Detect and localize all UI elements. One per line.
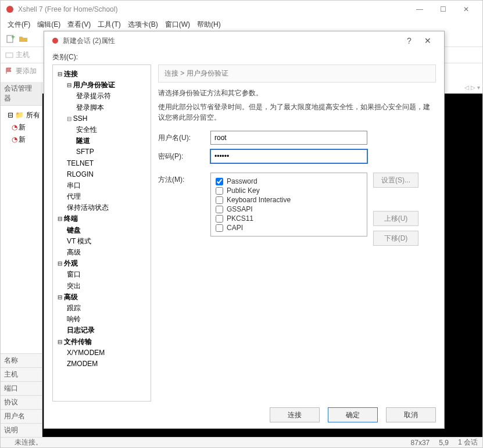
menu-tools[interactable]: 工具(T) [98,20,120,30]
dialog-footer: 连接 确定 取消 [52,402,436,422]
username-label: 用户名(U): [158,133,210,143]
method-option[interactable]: GSSAPI [216,205,362,214]
new-session-icon[interactable]: + [5,34,16,44]
session-folder[interactable]: ⊟ 📁 所有会 [3,109,40,121]
password-input[interactable] [210,149,367,163]
flag-icon [5,67,13,75]
method-label: Keyboard Interactive [227,196,291,204]
tree-node[interactable]: 外观 [55,258,148,269]
status-bar: 未连接。 87x37 5,9 1 会话 [1,437,482,447]
menu-window[interactable]: 窗口(W) [165,20,190,30]
session-manager-title: 会话管理器 [1,82,42,106]
dialog-titlebar: 新建会话 (2)属性 ? ✕ [44,31,444,50]
method-option[interactable]: PKCS11 [216,214,362,223]
method-label: 方法(M): [158,173,210,185]
tree-node[interactable]: TELNET [55,158,148,169]
main-window: Xshell 7 (Free for Home/School) — ☐ ✕ 文件… [0,0,483,448]
add-label: 要添加 [16,66,37,76]
method-checkbox[interactable] [216,215,223,223]
tree-node[interactable]: 键盘 [55,225,148,236]
app-icon [5,5,15,14]
address-prefix: 主机 [16,50,30,60]
dialog-close-button[interactable]: ✕ [418,36,437,45]
method-label: CAPI [227,224,243,232]
tree-node[interactable]: 跟踪 [55,303,148,314]
connect-button[interactable]: 连接 [270,407,320,422]
tree-node[interactable]: 隧道 [55,135,148,146]
menu-tabs[interactable]: 选项卡(B) [128,20,158,30]
tree-node[interactable]: ZMODEM [55,359,148,370]
session-item[interactable]: ◔新 [3,134,40,146]
ok-button[interactable]: 确定 [328,407,378,422]
window-title: Xshell 7 (Free for Home/School) [18,5,117,13]
prop-desc: 说明 [1,423,42,437]
method-checkbox[interactable] [216,178,223,185]
method-checkbox[interactable] [216,196,223,204]
category-tree[interactable]: 连接用户身份验证登录提示符登录脚本SSH安全性隧道SFTPTELNETRLOGI… [52,64,151,402]
tree-node[interactable]: 用户身份验证 [55,80,148,91]
tree-node[interactable]: 安全性 [55,124,148,135]
menu-help[interactable]: 帮助(H) [197,20,221,30]
minimize-button[interactable]: — [408,1,431,18]
tree-node[interactable]: 代理 [55,191,148,202]
tree-node[interactable]: 突出 [55,281,148,292]
settings-button[interactable]: 设置(S)... [373,173,418,188]
move-up-button[interactable]: 上移(U) [373,211,418,226]
password-label: 密码(P): [158,152,210,162]
host-icon [5,51,13,59]
category-label: 类别(C): [52,50,436,64]
method-option[interactable]: Keyboard Interactive [216,195,362,205]
tree-node[interactable]: 高级 [55,292,148,303]
session-item[interactable]: ◔新 [3,121,40,134]
menu-edit[interactable]: 编辑(E) [37,20,60,30]
tree-node[interactable]: VT 模式 [55,236,148,247]
tree-node[interactable]: 日志记录 [55,325,148,336]
maximize-button[interactable]: ☐ [431,1,455,18]
tree-node[interactable]: 登录脚本 [55,102,148,113]
prop-proto: 协议 [1,395,42,409]
session-tree[interactable]: ⊟ 📁 所有会 ◔新 ◔新 [1,106,42,149]
menu-bar: 文件(F) 编辑(E) 查看(V) 工具(T) 选项卡(B) 窗口(W) 帮助(… [1,18,482,31]
method-option[interactable]: Password [216,177,362,186]
window-titlebar: Xshell 7 (Free for Home/School) — ☐ ✕ [1,1,482,18]
move-down-button[interactable]: 下移(D) [373,231,418,246]
tree-node[interactable]: 登录提示符 [55,91,148,102]
tree-node[interactable]: 保持活动状态 [55,202,148,213]
method-checkbox[interactable] [216,206,223,213]
tree-node[interactable]: SFTP [55,146,148,157]
status-sessions: 1 会话 [458,438,478,447]
session-properties: 名称 主机 端口 协议 用户名 说明 [1,353,42,437]
dialog-title: 新建会话 (2)属性 [63,36,115,46]
open-folder-icon[interactable] [18,34,28,44]
username-input[interactable] [210,131,367,145]
prop-user: 用户名 [1,409,42,423]
tree-node[interactable]: 窗口 [55,269,148,280]
method-checkbox[interactable] [216,224,223,232]
menu-file[interactable]: 文件(F) [8,20,30,30]
method-option[interactable]: Public Key [216,186,362,195]
tree-node[interactable]: 连接 [55,69,148,80]
tree-node[interactable]: RLOGIN [55,169,148,180]
svg-point-4 [52,38,58,44]
tree-node[interactable]: 文件传输 [55,336,148,347]
cancel-button[interactable]: 取消 [386,407,436,422]
prop-port: 端口 [1,381,42,395]
close-button[interactable]: ✕ [455,1,478,18]
tree-node[interactable]: 串口 [55,180,148,191]
prop-name: 名称 [1,353,42,367]
method-option[interactable]: CAPI [216,223,362,232]
menu-view[interactable]: 查看(V) [67,20,91,30]
breadcrumb: 连接 > 用户身份验证 [158,64,436,83]
tree-node[interactable]: 响铃 [55,314,148,325]
tab-nav-arrows[interactable]: ◁ ▷ ▾ [464,84,480,91]
method-checkbox[interactable] [216,187,223,195]
method-list[interactable]: PasswordPublic KeyKeyboard InteractiveGS… [210,173,367,236]
tree-node[interactable]: SSH [55,113,148,124]
svg-rect-3 [6,53,13,58]
tree-node[interactable]: 高级 [55,247,148,258]
tree-node[interactable]: 终端 [55,213,148,224]
settings-pane: 连接 > 用户身份验证 请选择身份验证方法和其它参数。 使用此部分以节省登录时间… [158,64,436,402]
dialog-help-button[interactable]: ? [400,36,418,45]
description-2: 使用此部分以节省登录时间。但是，为了最大限度地提高安全性，如果担心安全问题，建议… [158,102,436,123]
tree-node[interactable]: X/YMODEM [55,347,148,359]
